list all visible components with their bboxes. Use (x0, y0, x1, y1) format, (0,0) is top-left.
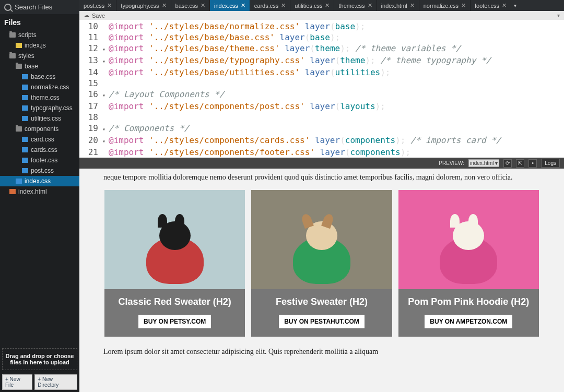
code-line[interactable]: @import '../styles/base/theme.css' layer… (109, 43, 564, 55)
new-file-button[interactable]: + New File (2, 374, 32, 390)
fold-icon[interactable]: ▾ (102, 123, 109, 135)
tree-item-index-js[interactable]: index.js (0, 40, 79, 51)
tree-item-cards-css[interactable]: cards.css (0, 145, 79, 155)
preview-label: PREVIEW: (439, 160, 464, 166)
line-number: 15 (79, 78, 102, 89)
tree-item-utilities-css[interactable]: utilities.css (0, 113, 79, 124)
tree-item-index-html[interactable]: index.html (0, 186, 79, 197)
tab-theme-css[interactable]: theme.css✕ (334, 0, 377, 11)
buy-button[interactable]: BUY ON PETSY.COM (138, 315, 211, 328)
save-button[interactable]: Save (92, 13, 105, 19)
tree-item-typography-css[interactable]: typography.css (0, 103, 79, 113)
tree-item-label: index.css (25, 177, 51, 185)
js-icon (16, 43, 22, 48)
fold-icon[interactable]: ▾ (102, 43, 109, 55)
tab-post-css[interactable]: post.css✕ (79, 0, 116, 11)
dot-icon[interactable]: • (528, 159, 537, 168)
tree-item-label: cards.css (31, 146, 57, 153)
search-row[interactable]: Search Files (0, 0, 79, 14)
code-line[interactable]: @import '../styles/base/typography.css' … (109, 55, 564, 67)
tree-item-components[interactable]: components (0, 124, 79, 134)
tab-label: index.css (214, 3, 238, 9)
fold-icon (102, 147, 109, 158)
code-line[interactable]: /* Layout Components */ (109, 89, 564, 101)
close-icon[interactable]: ✕ (410, 2, 415, 9)
tree-item-scripts[interactable]: scripts (0, 30, 79, 40)
tab-index-css[interactable]: index.css✕ (210, 0, 250, 11)
product-image (251, 190, 392, 289)
tree-item-label: utilities.css (31, 115, 61, 122)
logs-button[interactable]: Logs (541, 159, 560, 168)
tab-typography-css[interactable]: typography.css✕ (116, 0, 171, 11)
tree-item-styles[interactable]: styles (0, 51, 79, 61)
code-line[interactable] (109, 78, 564, 89)
search-icon (4, 4, 11, 11)
refresh-icon[interactable]: ⟳ (503, 159, 512, 168)
close-icon[interactable]: ✕ (325, 2, 330, 9)
line-number: 13 (79, 55, 102, 67)
close-icon[interactable]: ✕ (502, 2, 507, 9)
tab-label: index.html (381, 3, 407, 9)
tab-base-css[interactable]: base.css✕ (171, 0, 210, 11)
tab-index-html[interactable]: index.html✕ (377, 0, 419, 11)
tree-item-label: base.css (31, 73, 55, 80)
tree-item-base-css[interactable]: base.css (0, 72, 79, 82)
product-image (104, 190, 245, 289)
new-directory-button[interactable]: + New Directory (34, 374, 77, 390)
popout-icon[interactable]: ⇱ (516, 159, 524, 168)
folder-icon (9, 32, 16, 38)
close-icon[interactable]: ✕ (281, 2, 286, 9)
close-icon[interactable]: ✕ (201, 2, 205, 9)
line-number: 10 (79, 21, 102, 32)
drop-zone[interactable]: Drag and drop or choose files in here to… (2, 348, 77, 370)
line-number: 16 (79, 89, 102, 101)
tabs-overflow-icon[interactable]: ▾ (511, 0, 519, 11)
preview-paragraph: Lorem ipsum dolor sit amet consectetur a… (103, 346, 547, 357)
code-line[interactable] (109, 112, 564, 123)
css-icon (22, 158, 28, 163)
tree-item-footer-css[interactable]: footer.css (0, 155, 79, 165)
code-line[interactable]: /* Components */ (109, 123, 564, 135)
tree-item-label: styles (18, 52, 34, 60)
close-icon[interactable]: ✕ (368, 2, 372, 9)
sidebar: Search Files Files scriptsindex.jsstyles… (0, 0, 79, 392)
tab-cards-css[interactable]: cards.css✕ (250, 0, 290, 11)
fold-icon[interactable]: ▾ (102, 135, 109, 147)
code-line[interactable]: @import '../styles/base/normalize.css' l… (109, 21, 564, 32)
tree-item-normalize-css[interactable]: normalize.css (0, 82, 79, 92)
tab-utilities-css[interactable]: utilities.css✕ (290, 0, 334, 11)
close-icon[interactable]: ✕ (107, 2, 112, 9)
preview-file-select[interactable]: index.html ▾ (468, 159, 499, 167)
close-icon[interactable]: ✕ (162, 2, 167, 9)
code-line[interactable]: @import '../styles/base/utilities.css' l… (109, 67, 564, 78)
fold-icon[interactable]: ▾ (102, 89, 109, 101)
tree-item-theme-css[interactable]: theme.css (0, 92, 79, 103)
code-line[interactable]: @import '../styles/components/cards.css'… (109, 135, 564, 147)
tree-item-base[interactable]: base (0, 61, 79, 72)
tree-item-card-css[interactable]: card.css (0, 134, 79, 145)
buy-button[interactable]: BUY ON PESTAHUT.COM (279, 315, 365, 328)
code-line[interactable]: @import '../styles/base/base.css' layer(… (109, 32, 564, 43)
cloud-icon: ☁ (84, 12, 89, 19)
code-line[interactable]: @import '../styles/components/post.css' … (109, 101, 564, 112)
preview-paragraph: neque tempore mollitia doloremque nemo d… (103, 172, 547, 183)
chevron-down-icon[interactable]: ▾ (557, 13, 560, 18)
main: post.css✕typography.css✕base.css✕index.c… (79, 0, 564, 392)
code-editor[interactable]: 10@import '../styles/base/normalize.css'… (79, 20, 564, 158)
tab-footer-css[interactable]: footer.css✕ (471, 0, 511, 11)
css-icon (22, 116, 28, 121)
product-title: Classic Red Sweater (H2) (104, 289, 245, 312)
close-icon[interactable]: ✕ (241, 2, 245, 9)
tree-item-index-css[interactable]: index.css (0, 176, 79, 186)
fold-icon[interactable]: ▾ (102, 55, 109, 67)
css-icon (22, 168, 28, 173)
tab-normalize-css[interactable]: normalize.css✕ (419, 0, 471, 11)
preview-pane[interactable]: neque tempore mollitia doloremque nemo d… (79, 169, 564, 392)
close-icon[interactable]: ✕ (461, 2, 466, 9)
tree-item-label: theme.css (31, 94, 60, 101)
tab-label: footer.css (475, 3, 499, 9)
buy-button[interactable]: BUY ON AMPETZON.COM (425, 315, 512, 328)
code-line[interactable]: @import '../styles/components/footer.css… (109, 147, 564, 158)
tree-item-post-css[interactable]: post.css (0, 165, 79, 176)
fold-icon (102, 78, 109, 89)
